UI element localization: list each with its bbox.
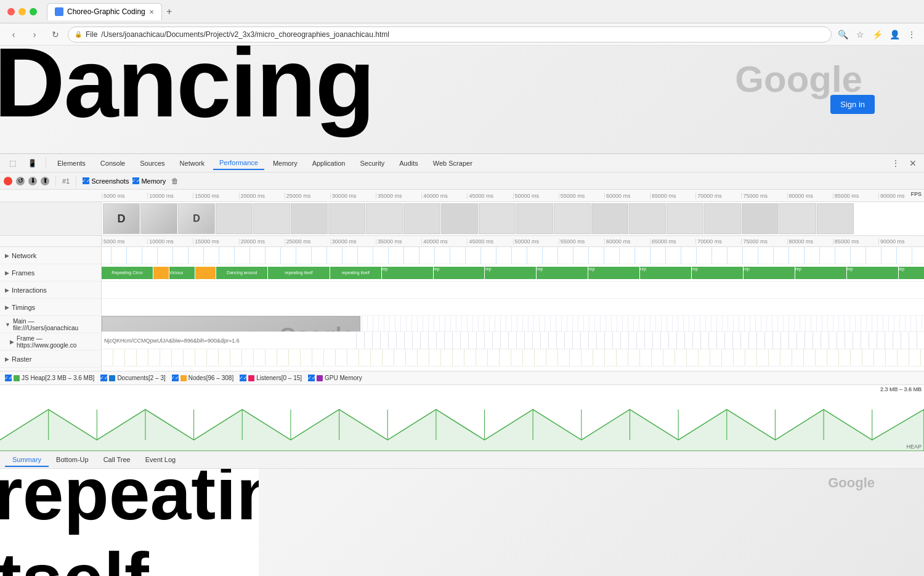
frame-block: rep <box>847 267 898 279</box>
nodes-legend[interactable]: ✓ Nodes[96 – 308] <box>172 375 233 381</box>
maximize-button[interactable] <box>30 8 37 15</box>
ruler-mark-13: 70000 ms <box>695 193 741 199</box>
frames-track-label[interactable]: ▶ Frames <box>0 264 101 282</box>
track-thumbnail: Dancing around Google <box>102 316 360 332</box>
tab-summary[interactable]: Summary <box>5 453 49 467</box>
main-track-content: Dancing around Google <box>102 316 924 332</box>
fps-label: FPS <box>910 191 922 197</box>
flame-label-area <box>0 202 102 235</box>
tab-performance[interactable]: Performance <box>213 156 264 170</box>
screenshot-thumb[interactable] <box>253 203 290 234</box>
jsheap-legend[interactable]: ✓ JS Heap[2.3 MB – 3.6 MB] <box>5 375 94 381</box>
minimize-button[interactable] <box>18 8 26 15</box>
ruler-mark-6: 35000 ms <box>376 193 421 199</box>
listeners-cb: ✓ <box>240 375 246 381</box>
screenshot-thumb[interactable] <box>216 203 253 234</box>
devtools-more-icon[interactable]: ⋮ <box>888 156 903 171</box>
new-tab-button[interactable]: + <box>162 4 177 19</box>
frame-block: rep <box>744 267 795 279</box>
raster-track-label[interactable]: ▶ Raster <box>0 351 101 368</box>
network-expand-icon: ▶ <box>5 253 9 259</box>
gpu-legend[interactable]: ✓ GPU Memory <box>308 375 362 381</box>
screenshot-thumb[interactable] <box>328 203 365 234</box>
active-tab[interactable]: Choreo-Graphic Coding ✕ <box>47 3 162 20</box>
sign-in-button[interactable]: Sign in <box>830 95 875 114</box>
search-icon[interactable]: 🔍 <box>835 27 850 42</box>
tab-audits[interactable]: Audits <box>393 157 424 169</box>
bottom-right-bg: Google <box>259 469 924 576</box>
summary-tabs: Summary Bottom-Up Call Tree Event Log <box>0 452 924 469</box>
screenshot-thumb[interactable] <box>554 203 591 234</box>
tab-title: Choreo-Graphic Coding <box>67 7 145 16</box>
address-bar[interactable]: 🔒 File /Users/joanachicau/Documents/Proj… <box>68 26 832 43</box>
timings-track-label[interactable]: ▶ Timings <box>0 299 101 316</box>
reload-button[interactable]: ↻ <box>47 26 64 43</box>
frame-block: rep <box>640 267 691 279</box>
screenshot-thumb[interactable] <box>591 203 628 234</box>
tab-console[interactable]: Console <box>94 157 131 169</box>
screenshot-thumb[interactable] <box>479 203 516 234</box>
tab-eventlog[interactable]: Event Log <box>138 453 184 467</box>
ruler2-mark-3: 20000 ms <box>239 238 285 245</box>
ruler2-mark-15: 80000 ms <box>787 238 833 245</box>
screenshot-thumb[interactable] <box>817 203 854 234</box>
back-button[interactable]: ‹ <box>5 26 22 43</box>
screenshot-thumb[interactable] <box>516 203 553 234</box>
tab-network[interactable]: Network <box>174 157 211 169</box>
tab-sources[interactable]: Sources <box>134 157 171 169</box>
interactions-track-label[interactable]: ▶ Interactions <box>0 282 101 299</box>
listeners-legend[interactable]: ✓ Listeners[0 – 15] <box>240 375 302 381</box>
record-button[interactable] <box>4 177 12 185</box>
google-frame-label[interactable]: ▶ Frame — https://www.google.co <box>0 333 101 351</box>
screenshot-thumb[interactable]: D <box>178 203 215 234</box>
tab-application[interactable]: Application <box>306 157 352 169</box>
tab-close-button[interactable]: ✕ <box>149 9 154 15</box>
screenshot-thumb[interactable] <box>667 203 703 234</box>
ruler2-mark-6: 35000 ms <box>376 238 421 245</box>
dancing-text: Dancing <box>0 46 374 132</box>
screenshot-thumb[interactable] <box>140 203 177 234</box>
tab-calltree[interactable]: Call Tree <box>96 453 138 467</box>
forward-button[interactable]: › <box>26 26 43 43</box>
frame-block <box>153 267 169 279</box>
memory-section: ✓ JS Heap[2.3 MB – 3.6 MB] ✓ Documents[2… <box>0 371 924 452</box>
devtools-close-icon[interactable]: ✕ <box>906 156 920 171</box>
profile-icon[interactable]: 👤 <box>887 27 902 42</box>
screenshot-thumb[interactable] <box>779 203 816 234</box>
screenshot-thumb[interactable] <box>704 203 741 234</box>
screenshot-thumb[interactable] <box>742 203 779 234</box>
documents-label: Documents[2 – 3] <box>117 375 165 381</box>
memory-label: Memory <box>141 177 166 185</box>
ruler2-mark-8: 45000 ms <box>467 238 513 245</box>
frames-track-content: Repeating Circo Vicious Dancing around r… <box>102 264 924 282</box>
tab-memory[interactable]: Memory <box>267 157 304 169</box>
main-track-label[interactable]: ▼ Main — file:///Users/joanachicau <box>0 316 101 333</box>
tab-security[interactable]: Security <box>354 157 391 169</box>
close-button[interactable] <box>7 8 15 15</box>
memory-checkbox[interactable]: ✓ Memory <box>132 177 166 185</box>
screenshot-thumb[interactable] <box>441 203 478 234</box>
stop-button[interactable]: ↺ <box>16 177 25 185</box>
screenshot-thumb[interactable] <box>629 203 666 234</box>
upload-button[interactable]: ⬆ <box>41 177 49 185</box>
screenshot-thumb[interactable] <box>291 203 328 234</box>
clear-button[interactable]: ⬇ <box>28 177 37 185</box>
screenshot-thumb[interactable]: D <box>103 203 140 234</box>
nodes-label: Nodes[96 – 308] <box>188 375 233 381</box>
devtools-inspect-icon[interactable]: ⬚ <box>4 155 21 172</box>
screenshots-checkbox[interactable]: ✓ Screenshots <box>83 177 129 185</box>
tab-webscraper[interactable]: Web Scraper <box>427 157 479 169</box>
documents-legend[interactable]: ✓ Documents[2 – 3] <box>100 375 165 381</box>
tab-elements[interactable]: Elements <box>51 157 92 169</box>
trash-button[interactable]: 🗑 <box>169 176 180 187</box>
screenshot-thumb[interactable] <box>366 203 403 234</box>
tab-bottomup[interactable]: Bottom-Up <box>49 453 96 467</box>
menu-icon[interactable]: ⋮ <box>904 27 919 42</box>
bookmark-icon[interactable]: ☆ <box>853 27 867 42</box>
extension-icon[interactable]: ⚡ <box>870 27 885 42</box>
devtools-responsive-icon[interactable]: 📱 <box>23 155 41 172</box>
listeners-dot <box>248 375 254 381</box>
screenshot-thumb[interactable] <box>403 203 440 234</box>
browser-titlebar: Choreo-Graphic Coding ✕ + <box>0 0 924 23</box>
network-track-label[interactable]: ▶ Network <box>0 247 101 264</box>
